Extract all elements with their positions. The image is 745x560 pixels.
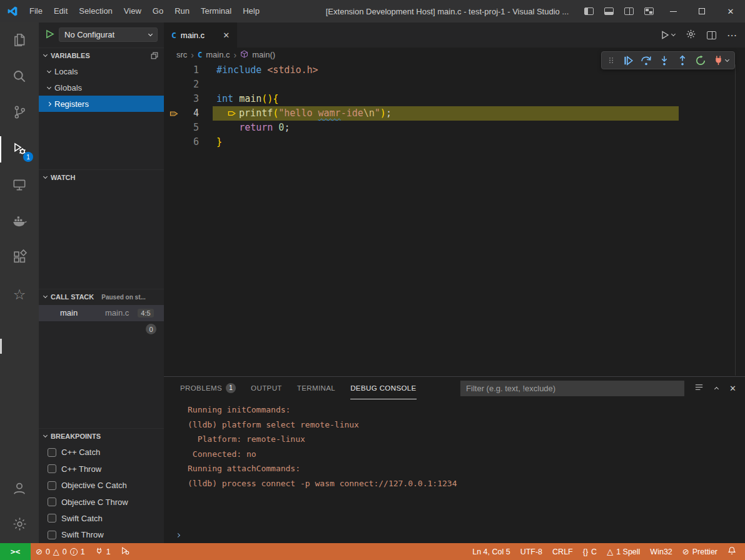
variables-item-locals[interactable]: Locals [39,64,164,80]
debug-console-input[interactable] [164,527,745,543]
checkbox-unchecked[interactable] [48,498,56,506]
gutter-glyph[interactable] [164,121,185,135]
sidebar-item-explorer[interactable] [0,22,39,59]
breakpoints-section-header[interactable]: BREAKPOINTS [39,428,164,444]
eol-indicator[interactable]: CRLF [547,543,578,560]
breadcrumb-file[interactable]: main.c [206,50,230,59]
code-editor[interactable]: 1 #include <stdio.h> 2 3 int main(){ 4 [164,62,745,376]
restart-icon[interactable] [695,55,706,66]
sidebar-item-source-control[interactable] [0,95,39,131]
breakpoint-cpp-throw[interactable]: C++ Throw [39,461,164,477]
tab-debug-console[interactable]: DEBUG CONSOLE [350,378,417,399]
sidebar-item-docker[interactable] [0,204,39,240]
prettier-status[interactable]: ⊘ Prettier [677,543,722,560]
menu-view[interactable]: View [118,0,147,22]
variables-section-header[interactable]: VARIABLES [39,48,164,64]
step-out-icon[interactable] [677,55,688,66]
sidebar-item-search[interactable] [0,59,39,95]
debug-stackframe-icon[interactable] [164,106,185,121]
toggle-sidebar-icon[interactable] [584,8,594,15]
toolbar-grip-icon[interactable] [607,56,616,65]
breakpoint-objc-catch[interactable]: Objective C Catch [39,478,164,494]
step-over-icon[interactable] [641,55,652,66]
main-area: 1 ☆ N [0,22,745,543]
breakpoint-cpp-catch[interactable]: C++ Catch [39,444,164,461]
menu-go[interactable]: Go [147,0,169,22]
minimize-button[interactable] [659,0,687,22]
encoding-indicator[interactable]: UTF-8 [515,543,547,560]
close-panel-icon[interactable]: ✕ [729,384,736,393]
sidebar-item-wamr-ide[interactable]: ☆ [0,276,39,312]
step-into-icon[interactable] [659,55,670,66]
checkbox-unchecked[interactable] [48,514,56,522]
manage-button[interactable] [0,507,39,543]
checkbox-unchecked[interactable] [48,481,56,490]
start-debugging-icon[interactable] [45,29,54,41]
checkbox-unchecked[interactable] [48,464,56,473]
debug-console-output[interactable]: Running initCommands: (lldb) platform se… [164,399,745,527]
close-tab-icon[interactable]: ✕ [223,31,230,40]
tab-main-c[interactable]: C main.c ✕ [164,22,237,48]
call-stack-frame[interactable]: main main.c 4:5 [39,305,164,321]
problems-status[interactable]: ⊘ 0 △ 0 i 1 [31,543,90,560]
breakpoint-objc-throw[interactable]: Objective C Throw [39,494,164,510]
menu-file[interactable]: File [24,0,48,22]
accounts-button[interactable] [0,471,39,507]
checkbox-unchecked[interactable] [48,448,56,457]
locals-label: Locals [54,67,78,76]
toggle-panel-icon[interactable] [604,8,614,15]
configure-gear-icon[interactable] [686,29,696,41]
checkbox-unchecked[interactable] [48,531,56,539]
debug-status[interactable] [116,543,134,560]
continue-icon[interactable] [622,55,634,66]
breakpoint-swift-catch[interactable]: Swift Catch [39,510,164,526]
menu-help[interactable]: Help [237,0,265,22]
ports-status[interactable]: 1 [90,543,116,560]
toggle-secondary-sidebar-icon[interactable] [624,8,634,15]
menu-edit[interactable]: Edit [48,0,73,22]
maximize-panel-icon[interactable] [714,387,719,391]
breakpoint-swift-throw[interactable]: Swift Throw [39,527,164,543]
source-control-icon [12,104,28,122]
gutter-glyph[interactable] [164,92,185,106]
spell-checker-status[interactable]: △ 1 Spell [602,543,645,560]
split-editor-icon[interactable] [707,31,716,39]
platform-label: Win32 [650,548,672,556]
cursor-position[interactable]: Ln 4, Col 5 [467,543,515,560]
tab-problems[interactable]: PROBLEMS 1 [180,378,236,399]
gutter-glyph[interactable] [164,78,185,92]
sidebar-item-extensions[interactable] [0,240,39,276]
debug-configuration-dropdown[interactable]: No Configurat [59,28,158,42]
maximize-button[interactable] [687,0,716,22]
run-file-button[interactable] [660,30,675,40]
tab-label: TERMINAL [297,384,335,392]
breadcrumb-folder[interactable]: src [176,50,187,59]
variables-item-registers[interactable]: Registers [39,96,164,112]
watch-section-header[interactable]: WATCH [39,169,164,186]
more-actions-icon[interactable]: ⋯ [727,29,737,41]
tab-output[interactable]: OUTPUT [251,378,282,399]
collapse-all-icon[interactable] [150,51,159,60]
menu-selection[interactable]: Selection [73,0,118,22]
remote-indicator[interactable]: >< [0,543,31,560]
sidebar-item-run-and-debug[interactable]: 1 [0,131,39,168]
notifications-button[interactable] [722,543,741,560]
close-window-button[interactable]: ✕ [716,0,745,22]
gutter-glyph[interactable] [164,63,185,78]
disconnect-button[interactable] [713,55,729,66]
breadcrumb-symbol[interactable]: main() [252,50,275,59]
console-menu-icon[interactable] [694,382,704,394]
breakpoint-label: Objective C Catch [61,481,127,490]
menu-run[interactable]: Run [169,0,195,22]
variables-item-globals[interactable]: Globals [39,80,164,96]
menu-terminal[interactable]: Terminal [195,0,237,22]
customize-layout-icon[interactable] [644,8,654,15]
sidebar-item-remote-explorer[interactable] [0,168,39,204]
language-indicator[interactable]: {} C [578,543,602,560]
tab-terminal[interactable]: TERMINAL [297,378,335,399]
token: main [239,92,261,106]
gutter-glyph[interactable] [164,135,185,149]
call-stack-section-header[interactable]: CALL STACK Paused on st... [39,289,164,305]
platform-indicator[interactable]: Win32 [645,543,677,560]
console-filter-input[interactable] [460,381,684,396]
